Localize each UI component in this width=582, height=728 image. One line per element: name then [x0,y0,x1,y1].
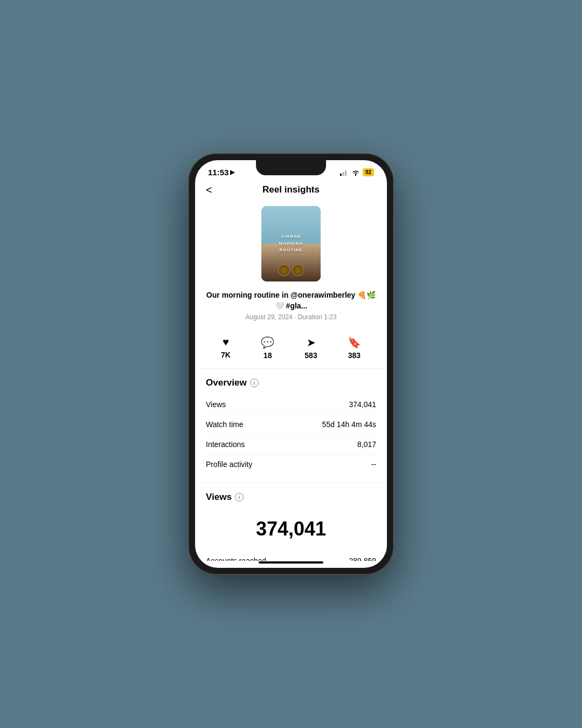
views-metric-value: 374,041 [349,400,376,409]
stats-row: ♥ 7K 💬 18 ➤ 583 🔖 383 [195,329,387,369]
accounts-reached-metric: Accounts reached 289,859 [206,551,376,561]
thumbnail-circles [278,264,304,276]
interactions-label: Interactions [206,440,245,449]
comments-value: 18 [264,351,272,360]
home-indicator[interactable] [259,561,323,564]
profile-activity-label: Profile activity [206,460,252,469]
likes-stat: ♥ 7K [221,336,231,360]
views-info-icon[interactable]: i [235,493,244,502]
thumbnail-section: AIRBNB MORNING ROUTINE [195,202,387,290]
profile-activity-metric: Profile activity -- [206,455,376,474]
thumbnail-text: AIRBNB MORNING ROUTINE [279,233,303,254]
circle-2 [292,264,304,276]
heart-icon: ♥ [223,336,229,348]
screen-content[interactable]: < Reel insights AIRBNB MORNING ROUTINE [195,180,387,561]
time-display: 11:53 [208,168,228,177]
views-section-title: Views i [206,492,376,503]
saves-stat: 🔖 383 [348,336,361,360]
signal-icon [340,169,349,176]
wifi-icon [351,169,360,176]
overview-info-icon[interactable]: i [250,379,259,387]
reel-thumbnail[interactable]: AIRBNB MORNING ROUTINE [261,206,321,281]
views-section: Views i 374,041 Accounts reached 289,859 [195,483,387,561]
saves-value: 383 [348,351,361,360]
comment-icon: 💬 [261,336,274,349]
shares-value: 583 [304,351,317,360]
views-label: Views [206,400,226,409]
page-title: Reel insights [262,184,320,195]
phone-screen: 11:53 ▶ 92 [195,160,387,568]
svg-rect-2 [345,170,347,176]
overview-title: Overview i [206,377,376,388]
status-icons: 92 [340,168,374,176]
accounts-reached-value: 289,859 [349,557,376,561]
accounts-reached-label: Accounts reached [206,557,266,561]
notch [256,160,326,175]
battery-badge: 92 [363,168,374,176]
reel-caption: Our morning routine in @onerawimberley 🍕… [206,290,376,311]
share-icon: ➤ [307,336,316,349]
circle-1 [278,264,290,276]
views-total: 374,041 [206,509,376,551]
reel-meta: August 29, 2024 · Duration 1:23 [206,313,376,321]
likes-value: 7K [221,351,231,359]
shares-stat: ➤ 583 [304,336,317,360]
svg-rect-0 [340,174,342,176]
overview-section: Overview i Views 374,041 Watch time 55d … [195,369,387,483]
back-button[interactable]: < [206,184,212,196]
page-header: < Reel insights [195,180,387,202]
location-icon: ▶ [230,169,234,176]
bookmark-icon: 🔖 [348,336,361,349]
watchtime-label: Watch time [206,420,244,429]
watchtime-metric: Watch time 55d 14h 4m 44s [206,415,376,435]
watchtime-value: 55d 14h 4m 44s [322,420,376,429]
interactions-metric: Interactions 8,017 [206,435,376,455]
svg-rect-1 [342,172,344,176]
caption-section: Our morning routine in @onerawimberley 🍕… [195,290,387,329]
profile-activity-value: -- [371,460,376,469]
phone-device: 11:53 ▶ 92 [189,154,393,574]
views-metric: Views 374,041 [206,395,376,415]
comments-stat: 💬 18 [261,336,274,360]
status-time: 11:53 ▶ [208,168,234,177]
interactions-value: 8,017 [357,440,376,449]
